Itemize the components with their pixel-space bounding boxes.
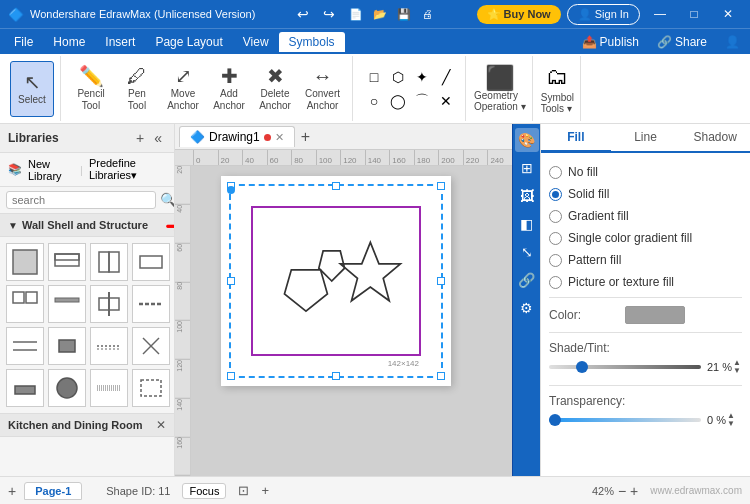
handle-br[interactable]	[437, 372, 445, 380]
gradient-fill-radio[interactable]	[549, 210, 562, 223]
shape-item[interactable]	[90, 327, 128, 365]
single-color-radio[interactable]	[549, 232, 562, 245]
save-button[interactable]: 💾	[393, 3, 415, 25]
symbol-tools-label[interactable]: SymbolTools ▾	[541, 92, 574, 114]
delete-anchor-button[interactable]: ✖ DeleteAnchor	[253, 61, 297, 117]
kitchen-section-header[interactable]: Kitchen and Dining Room ✕	[0, 413, 174, 437]
solid-fill-radio[interactable]	[549, 188, 562, 201]
convert-anchor-button[interactable]: ↔ ConvertAnchor	[299, 61, 346, 117]
new-library-button[interactable]: +	[132, 128, 148, 148]
handle-ml[interactable]	[227, 277, 235, 285]
document-tab[interactable]: 🔷 Drawing1 ✕	[179, 126, 295, 147]
pattern-fill-radio[interactable]	[549, 254, 562, 267]
menu-view[interactable]: View	[233, 32, 279, 52]
single-color-option[interactable]: Single color gradient fill	[549, 227, 742, 249]
shape-item[interactable]	[48, 327, 86, 365]
pen-tool-button[interactable]: 🖊 PenTool	[115, 61, 159, 117]
shade-thumb[interactable]	[576, 361, 588, 373]
geometry-label[interactable]: GeometryOperation ▾	[474, 90, 526, 112]
no-fill-radio[interactable]	[549, 166, 562, 179]
menu-home[interactable]: Home	[43, 32, 95, 52]
shape-item[interactable]	[6, 285, 44, 323]
close-button[interactable]: ✕	[714, 3, 742, 25]
new-library-label[interactable]: New Library	[28, 158, 74, 182]
redo-button[interactable]: ↪	[319, 4, 339, 24]
handle-tc[interactable]	[332, 182, 340, 190]
sign-in-button[interactable]: 👤 Sign In	[567, 4, 640, 25]
handle-tr[interactable]	[437, 182, 445, 190]
maximize-button[interactable]: □	[680, 3, 708, 25]
fill-nav-button[interactable]: 🎨	[515, 128, 539, 152]
menu-symbols[interactable]: Symbols	[279, 32, 345, 52]
menu-insert[interactable]: Insert	[95, 32, 145, 52]
fit-button[interactable]: ⊡	[238, 483, 249, 498]
shape-item[interactable]	[132, 327, 170, 365]
undo-button[interactable]: ↩	[293, 4, 313, 24]
search-input[interactable]	[6, 191, 156, 209]
zoom-out-button[interactable]: −	[618, 483, 626, 499]
buy-now-button[interactable]: ⭐ Buy Now	[477, 5, 561, 24]
color-swatch[interactable]	[625, 306, 685, 324]
shape-item[interactable]	[132, 369, 170, 407]
shape-arc[interactable]: ⌒	[411, 90, 433, 112]
tab-fill[interactable]: Fill	[541, 124, 611, 153]
new-file-button[interactable]: 📄	[345, 3, 367, 25]
shape-item[interactable]	[90, 369, 128, 407]
handle-bl[interactable]	[227, 372, 235, 380]
move-anchor-button[interactable]: ⤢ MoveAnchor	[161, 61, 205, 117]
open-file-button[interactable]: 📂	[369, 3, 391, 25]
shade-down-button[interactable]: ▼	[733, 367, 741, 375]
add-tab-button[interactable]: +	[297, 128, 314, 146]
close-kitchen-button[interactable]: ✕	[156, 418, 166, 432]
shape-item[interactable]	[6, 369, 44, 407]
handle-tl[interactable]	[227, 182, 235, 190]
zoom-in-button[interactable]: +	[630, 483, 638, 499]
link-nav-button[interactable]: 🔗	[515, 268, 539, 292]
minimize-button[interactable]: —	[646, 3, 674, 25]
search-button[interactable]: 🔍	[160, 192, 175, 208]
picture-texture-option[interactable]: Picture or texture fill	[549, 271, 742, 293]
pattern-fill-option[interactable]: Pattern fill	[549, 249, 742, 271]
shape-cross[interactable]: ✕	[435, 90, 457, 112]
shape-item[interactable]	[48, 285, 86, 323]
shape-item[interactable]	[6, 243, 44, 281]
picture-texture-radio[interactable]	[549, 276, 562, 289]
focus-button[interactable]: Focus	[182, 483, 226, 499]
gradient-fill-option[interactable]: Gradient fill	[549, 205, 742, 227]
shape-hex[interactable]: ⬡	[387, 66, 409, 88]
shape-item[interactable]	[90, 243, 128, 281]
collapse-sidebar-button[interactable]: «	[150, 128, 166, 148]
shape-item[interactable]	[48, 369, 86, 407]
grid-nav-button[interactable]: ⊞	[515, 156, 539, 180]
transparency-thumb[interactable]	[549, 414, 561, 426]
add-anchor-button[interactable]: ✚ AddAnchor	[207, 61, 251, 117]
publish-button[interactable]: 📤 Publish	[576, 33, 645, 51]
shape-circle[interactable]: ○	[363, 90, 385, 112]
shape-star[interactable]: ✦	[411, 66, 433, 88]
print-button[interactable]: 🖨	[417, 3, 439, 25]
shape-oval[interactable]: ◯	[387, 90, 409, 112]
page-tab-1[interactable]: Page-1	[24, 482, 82, 500]
handle-mr[interactable]	[437, 277, 445, 285]
wall-shell-section-header[interactable]: ▼ Wall Shell and Structure ➜	[0, 214, 174, 237]
shape-rect[interactable]: □	[363, 66, 385, 88]
layers-nav-button[interactable]: ◧	[515, 212, 539, 236]
plus-button[interactable]: +	[261, 483, 269, 498]
add-page-button[interactable]: +	[8, 483, 16, 499]
shade-slider[interactable]	[549, 365, 701, 369]
shape-item[interactable]	[132, 243, 170, 281]
share-button[interactable]: 🔗 Share	[651, 33, 713, 51]
shape-item[interactable]	[48, 243, 86, 281]
rotation-handle[interactable]	[227, 186, 235, 194]
select-button[interactable]: ↖ Select	[10, 61, 54, 117]
transparency-slider[interactable]	[549, 418, 701, 422]
shape-line[interactable]: ╱	[435, 66, 457, 88]
solid-fill-option[interactable]: Solid fill	[549, 183, 742, 205]
transparency-down-button[interactable]: ▼	[727, 420, 735, 428]
shape-item[interactable]	[90, 285, 128, 323]
pencil-tool-button[interactable]: ✏️ PencilTool	[69, 61, 113, 117]
handle-bc[interactable]	[332, 372, 340, 380]
tab-line[interactable]: Line	[611, 124, 681, 153]
tab-close-button[interactable]: ✕	[275, 131, 284, 144]
account-button[interactable]: 👤	[719, 33, 746, 51]
